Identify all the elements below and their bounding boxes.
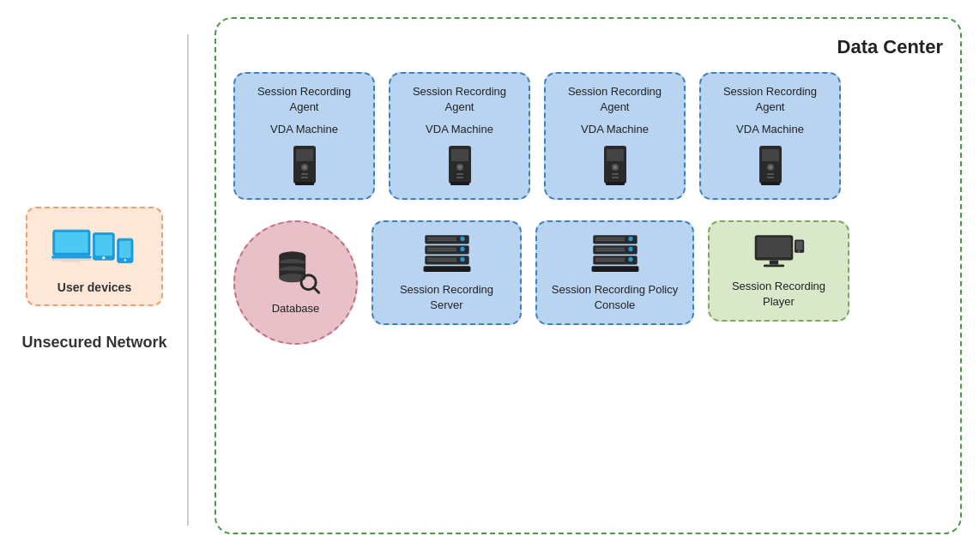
agent-box-2: Session Recording Agent VDA Machine xyxy=(389,72,530,200)
svg-rect-60 xyxy=(423,266,470,272)
svg-rect-54 xyxy=(426,250,456,251)
database-box: Database xyxy=(233,220,358,345)
svg-point-55 xyxy=(460,246,464,250)
user-devices-box: User devices xyxy=(26,207,163,306)
svg-rect-7 xyxy=(119,241,130,258)
svg-rect-17 xyxy=(295,182,314,185)
agent-box-4: Session Recording Agent VDA Machine xyxy=(699,72,841,200)
session-recording-player-label: Session Recording Player xyxy=(723,279,834,310)
monitor-icon xyxy=(753,232,805,272)
svg-rect-30 xyxy=(612,177,619,178)
svg-rect-70 xyxy=(595,257,624,259)
svg-rect-76 xyxy=(769,260,777,264)
computer-tower-icon-3 xyxy=(599,145,632,188)
svg-rect-12 xyxy=(296,149,313,161)
player-box: Session Recording Player xyxy=(708,220,849,322)
main-container: User devices Unsecured Network Data Cent… xyxy=(0,0,979,560)
svg-rect-71 xyxy=(595,260,624,262)
svg-point-5 xyxy=(102,256,105,259)
svg-rect-2 xyxy=(51,256,92,258)
svg-rect-38 xyxy=(761,182,780,185)
svg-point-72 xyxy=(628,256,632,261)
svg-point-80 xyxy=(798,250,800,252)
agent-4-vda: VDA Machine xyxy=(736,122,804,137)
svg-rect-10 xyxy=(63,261,82,262)
svg-rect-16 xyxy=(301,177,308,178)
svg-point-35 xyxy=(769,166,772,169)
svg-rect-57 xyxy=(426,257,456,259)
svg-rect-22 xyxy=(456,173,463,175)
server-box: Session Recording Server xyxy=(372,220,522,325)
svg-rect-37 xyxy=(767,177,774,178)
agent-box-1: Session Recording Agent VDA Machine xyxy=(233,72,375,200)
svg-rect-26 xyxy=(607,149,624,161)
svg-rect-67 xyxy=(595,250,624,251)
svg-rect-29 xyxy=(612,173,619,175)
svg-point-68 xyxy=(628,246,632,250)
computer-tower-icon-2 xyxy=(444,145,476,188)
user-devices-icon xyxy=(51,222,137,274)
svg-point-64 xyxy=(628,236,632,240)
right-panel: Data Center Session Recording Agent VDA … xyxy=(189,0,979,560)
svg-point-51 xyxy=(460,236,464,240)
server-rack-icon-1 xyxy=(421,232,473,275)
agent-4-label: Session Recording Agent xyxy=(713,84,827,115)
policy-box: Session Recording Policy Console xyxy=(535,220,694,325)
svg-rect-50 xyxy=(426,239,456,241)
policy-console-label: Session Recording Policy Console xyxy=(551,282,679,313)
computer-tower-icon-1 xyxy=(288,145,321,188)
svg-rect-33 xyxy=(762,149,779,161)
agent-box-3: Session Recording Agent VDA Machine xyxy=(544,72,686,200)
database-icon xyxy=(270,247,322,294)
svg-rect-77 xyxy=(764,264,784,267)
svg-point-59 xyxy=(460,256,464,261)
svg-rect-58 xyxy=(426,260,456,262)
svg-rect-62 xyxy=(595,237,624,238)
svg-rect-24 xyxy=(450,182,469,185)
agent-2-vda: VDA Machine xyxy=(426,122,493,137)
session-recording-server-label: Session Recording Server xyxy=(387,282,506,313)
svg-rect-53 xyxy=(426,247,456,249)
svg-line-47 xyxy=(313,288,318,293)
database-label: Database xyxy=(272,301,320,316)
data-center-border: Data Center Session Recording Agent VDA … xyxy=(215,17,962,534)
svg-rect-19 xyxy=(451,149,468,161)
data-center-title: Data Center xyxy=(233,36,943,58)
svg-point-28 xyxy=(613,166,617,169)
svg-point-21 xyxy=(458,166,462,169)
svg-rect-36 xyxy=(767,173,774,175)
svg-rect-31 xyxy=(606,182,625,185)
bottom-row: Database xyxy=(233,220,943,345)
svg-point-14 xyxy=(303,166,306,169)
svg-rect-1 xyxy=(55,232,88,253)
svg-rect-4 xyxy=(95,235,112,256)
svg-rect-23 xyxy=(456,177,463,178)
svg-rect-75 xyxy=(757,237,790,256)
svg-rect-66 xyxy=(595,247,624,249)
svg-rect-73 xyxy=(591,266,638,272)
left-panel: User devices Unsecured Network xyxy=(0,0,189,560)
agent-3-vda: VDA Machine xyxy=(581,122,649,137)
server-rack-icon-2 xyxy=(589,232,641,275)
computer-tower-icon-4 xyxy=(754,145,787,188)
agent-1-label: Session Recording Agent xyxy=(247,84,361,115)
svg-rect-63 xyxy=(595,239,624,241)
svg-rect-79 xyxy=(795,241,802,250)
agent-3-label: Session Recording Agent xyxy=(558,84,672,115)
svg-rect-9 xyxy=(51,258,92,261)
svg-point-8 xyxy=(124,259,127,262)
agent-1-vda: VDA Machine xyxy=(270,122,338,137)
top-row: Session Recording Agent VDA Machine xyxy=(233,72,943,200)
unsecured-network-label: Unsecured Network xyxy=(21,332,166,353)
svg-rect-49 xyxy=(426,237,456,238)
svg-rect-15 xyxy=(301,173,308,175)
user-devices-label: User devices xyxy=(57,280,131,294)
agent-2-label: Session Recording Agent xyxy=(402,84,517,115)
